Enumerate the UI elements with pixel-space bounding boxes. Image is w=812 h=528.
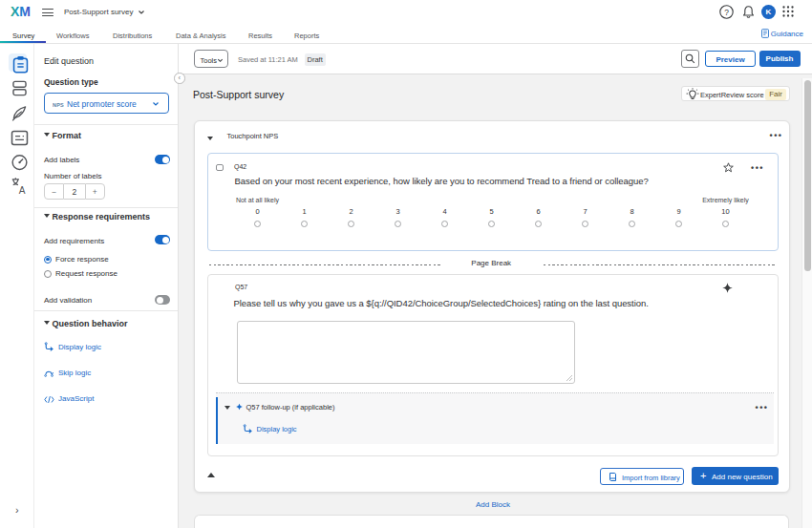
svg-text:A: A	[19, 185, 26, 195]
svg-text:XM: XM	[11, 5, 31, 18]
svg-text:?: ?	[724, 8, 729, 17]
